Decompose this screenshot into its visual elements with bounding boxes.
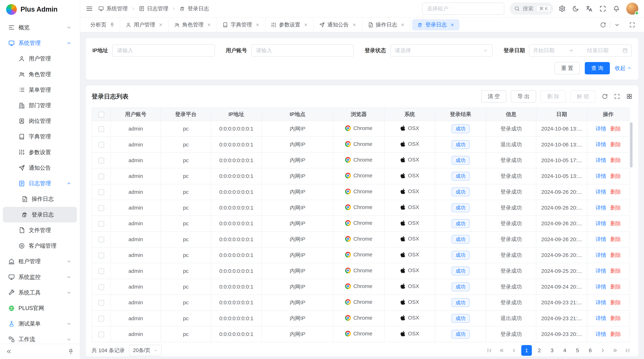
delete-link[interactable]: 删除 [610, 300, 621, 305]
detail-link[interactable]: 详情 [596, 268, 606, 274]
tab-loginlog[interactable]: 登录日志 [412, 19, 460, 30]
row-checkbox[interactable] [98, 189, 104, 195]
row-checkbox[interactable] [98, 221, 104, 227]
prev-page-icon[interactable] [511, 347, 517, 354]
column-settings-icon[interactable] [626, 93, 632, 99]
delete-link[interactable]: 删除 [610, 189, 621, 195]
detail-link[interactable]: 详情 [596, 220, 606, 226]
next-page-icon[interactable] [600, 347, 606, 354]
pin-icon[interactable] [110, 22, 115, 27]
pin-sidebar-icon[interactable] [68, 349, 74, 355]
delete-link[interactable]: 删除 [610, 220, 621, 226]
unlock-button[interactable]: 解 锁 [570, 90, 596, 103]
collapse-filters-link[interactable]: 收起 [615, 64, 632, 72]
breadcrumb-item[interactable]: 日志管理 [139, 5, 168, 12]
dark-mode-icon[interactable] [572, 5, 579, 12]
clear-button[interactable]: 清 空 [481, 90, 506, 103]
page-button-4[interactable]: 4 [560, 345, 570, 356]
maximize-content-icon[interactable] [629, 22, 635, 28]
tab-menu-icon[interactable] [614, 22, 620, 28]
delete-link[interactable]: 删除 [610, 173, 621, 179]
row-checkbox[interactable] [98, 284, 104, 290]
row-checkbox[interactable] [98, 237, 104, 242]
fullscreen-icon[interactable] [599, 5, 606, 12]
detail-link[interactable]: 详情 [596, 236, 606, 242]
breadcrumb-item[interactable]: 系统管理 [98, 5, 128, 12]
tab-oplog[interactable]: 操作日志 [362, 17, 411, 32]
refresh-table-icon[interactable] [602, 93, 608, 99]
row-checkbox[interactable] [98, 126, 104, 132]
select-all-checkbox[interactable] [98, 112, 104, 117]
row-checkbox[interactable] [98, 300, 104, 306]
row-checkbox[interactable] [98, 158, 104, 163]
status-select[interactable]: 请选择 [390, 44, 493, 57]
row-checkbox[interactable] [98, 205, 104, 211]
detail-link[interactable]: 详情 [596, 205, 606, 211]
sidebar-item-post[interactable]: 岗位管理 [3, 113, 77, 129]
row-checkbox[interactable] [98, 253, 104, 258]
detail-link[interactable]: 详情 [596, 284, 606, 290]
row-checkbox[interactable] [98, 316, 104, 322]
search-button[interactable]: 搜索 ⌘ K [510, 2, 553, 15]
close-icon[interactable] [400, 22, 405, 27]
detail-link[interactable]: 详情 [596, 300, 606, 305]
page-button-6[interactable]: 6 [585, 345, 596, 356]
close-icon[interactable] [450, 22, 454, 27]
delete-link[interactable]: 删除 [610, 268, 621, 274]
sidebar-item-dict[interactable]: 字典管理 [3, 129, 77, 144]
sidebar-item-test[interactable]: 测试菜单 [3, 316, 77, 332]
detail-link[interactable]: 详情 [596, 141, 606, 147]
page-size-select[interactable]: 20条/页 [129, 345, 162, 356]
row-checkbox[interactable] [98, 142, 104, 148]
close-icon[interactable] [255, 22, 260, 27]
tab-dict[interactable]: 字典管理 [217, 17, 266, 32]
sidebar-item-loginlog[interactable]: 登录日志 [3, 207, 77, 222]
delete-link[interactable]: 删除 [610, 236, 621, 242]
sidebar-item-monitor[interactable]: 系统监控 [3, 269, 77, 285]
export-button[interactable]: 导 出 [511, 90, 536, 103]
jump-backward-icon[interactable] [498, 347, 505, 354]
logo[interactable]: Plus Admin [0, 0, 80, 19]
last-page-icon[interactable] [624, 347, 630, 354]
delete-link[interactable]: 删除 [610, 331, 621, 337]
detail-link[interactable]: 详情 [596, 189, 606, 195]
delete-link[interactable]: 删除 [610, 205, 621, 211]
tab-user[interactable]: 用户管理 [120, 17, 169, 32]
sidebar-item-menu[interactable]: 菜单管理 [3, 82, 77, 98]
table-scrollbar[interactable] [630, 122, 632, 168]
detail-link[interactable]: 详情 [596, 157, 606, 163]
sidebar-item-tenant[interactable]: 租户管理 [3, 254, 77, 269]
breadcrumb-item[interactable]: 登录日志 [180, 5, 209, 12]
refresh-page-icon[interactable] [600, 22, 606, 28]
sidebar-item-notice[interactable]: 通知公告 [3, 160, 77, 176]
jump-forward-icon[interactable] [612, 347, 618, 354]
delete-link[interactable]: 删除 [610, 252, 621, 258]
close-icon[interactable] [304, 22, 308, 27]
row-checkbox[interactable] [98, 174, 104, 179]
avatar[interactable] [626, 3, 638, 15]
page-button-2[interactable]: 2 [534, 345, 545, 356]
sidebar-item-client[interactable]: 客户端管理 [3, 238, 77, 254]
page-button-3[interactable]: 3 [547, 345, 558, 356]
detail-link[interactable]: 详情 [596, 331, 606, 337]
tab-role[interactable]: 角色管理 [169, 17, 217, 32]
row-checkbox[interactable] [98, 268, 104, 274]
detail-link[interactable]: 详情 [596, 173, 606, 179]
tab-param[interactable]: 参数设置 [266, 17, 314, 32]
settings-icon[interactable] [559, 5, 566, 12]
sidebar-item-plus-site[interactable]: PLUS官网 [3, 300, 77, 316]
detail-link[interactable]: 详情 [596, 315, 606, 321]
page-button-5[interactable]: 5 [572, 345, 583, 356]
notifications-icon[interactable] [613, 5, 620, 12]
sidebar-item-role[interactable]: 角色管理 [3, 66, 77, 82]
sidebar-item-overview[interactable]: 概览 [3, 20, 77, 35]
table-fullscreen-icon[interactable] [614, 93, 620, 99]
sidebar-item-param[interactable]: 参数设置 [3, 144, 77, 160]
ip-input[interactable]: 请输入 [112, 44, 215, 57]
sidebar-item-tools[interactable]: 系统工具 [3, 285, 77, 300]
collapse-sidebar-icon[interactable] [6, 349, 12, 355]
sidebar-item-file[interactable]: 文件管理 [3, 222, 77, 238]
sidebar-item-dept[interactable]: 部门管理 [3, 98, 77, 113]
delete-link[interactable]: 删除 [610, 315, 621, 321]
first-page-icon[interactable] [486, 347, 492, 354]
